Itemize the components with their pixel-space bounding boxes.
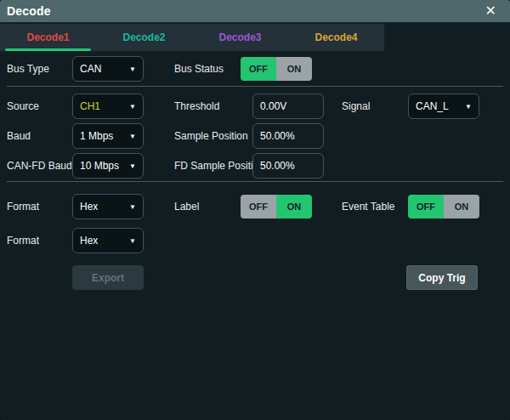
decode-settings-panel: Bus Type CAN ▼ Bus Status OFF ON Source … — [0, 51, 510, 420]
source-label: Source — [7, 100, 39, 112]
sample-position-value: 50.00% — [260, 130, 295, 142]
bus-status-on[interactable]: ON — [276, 57, 312, 81]
label-on[interactable]: ON — [276, 195, 312, 219]
title-bar: Decode ✕ — [0, 0, 510, 23]
row-bus: Bus Type CAN ▼ Bus Status OFF ON — [0, 56, 510, 82]
format-label: Format — [7, 201, 39, 213]
tab-decode4-label: Decode4 — [314, 31, 357, 43]
source-value: CH1 — [80, 100, 100, 112]
sample-position-input[interactable]: 50.00% — [252, 123, 324, 149]
signal-dropdown[interactable]: CAN_L ▼ — [408, 94, 479, 119]
format-value: Hex — [80, 201, 98, 213]
tab-decode3-label: Decode3 — [218, 31, 261, 43]
canfd-baud-dropdown[interactable]: 10 Mbps ▼ — [72, 153, 144, 179]
bus-status-label: Bus Status — [174, 63, 224, 75]
chevron-down-icon: ▼ — [129, 65, 136, 73]
label-toggle[interactable]: OFF ON — [241, 195, 312, 219]
tab-decode3[interactable]: Decode3 — [192, 24, 288, 51]
fd-sample-position-input[interactable]: 50.00% — [252, 153, 324, 179]
tab-decode1-label: Decode1 — [26, 31, 69, 43]
baud-label: Baud — [7, 130, 31, 142]
baud-dropdown[interactable]: 1 Mbps ▼ — [72, 123, 144, 149]
row-format2: Format Hex ▼ — [0, 228, 510, 253]
threshold-value: 0.00V — [260, 100, 286, 112]
bus-type-dropdown[interactable]: CAN ▼ — [72, 56, 144, 82]
threshold-input[interactable]: 0.00V — [252, 94, 324, 119]
event-table-on[interactable]: ON — [444, 195, 479, 219]
chevron-down-icon: ▼ — [129, 133, 136, 140]
label-off[interactable]: OFF — [241, 195, 276, 219]
format-dropdown[interactable]: Hex ▼ — [72, 194, 144, 219]
row-buttons: Export Copy Trig — [0, 265, 510, 290]
bus-type-label: Bus Type — [7, 63, 49, 75]
divider — [7, 181, 503, 182]
chevron-down-icon: ▼ — [129, 103, 136, 111]
tab-decode2-label: Decode2 — [122, 31, 165, 43]
baud-value: 1 Mbps — [80, 130, 113, 142]
row-format: Format Hex ▼ Label OFF ON Event Table OF… — [0, 194, 510, 219]
copy-trig-button[interactable]: Copy Trig — [406, 265, 478, 290]
format2-value: Hex — [80, 235, 98, 247]
canfd-baud-value: 10 Mbps — [80, 160, 119, 172]
sample-position-label: Sample Position — [174, 130, 248, 142]
export-button[interactable]: Export — [72, 265, 144, 290]
source-dropdown[interactable]: CH1 ▼ — [72, 94, 144, 119]
tab-decode2[interactable]: Decode2 — [96, 24, 192, 51]
format2-label: Format — [7, 235, 39, 247]
bus-status-toggle[interactable]: OFF ON — [241, 57, 312, 81]
threshold-label: Threshold — [174, 100, 219, 112]
bus-type-value: CAN — [80, 63, 101, 75]
signal-label: Signal — [342, 100, 370, 112]
row-canfd: CAN-FD Baud 10 Mbps ▼ FD Sample Position… — [0, 153, 510, 179]
fd-sample-position-value: 50.00% — [260, 160, 295, 172]
chevron-down-icon: ▼ — [129, 162, 136, 170]
format2-dropdown[interactable]: Hex ▼ — [72, 228, 144, 253]
tab-decode4[interactable]: Decode4 — [288, 24, 384, 51]
row-source: Source CH1 ▼ Threshold 0.00V Signal CAN_… — [0, 94, 510, 119]
label-toggle-label: Label — [174, 201, 199, 213]
bus-status-off[interactable]: OFF — [241, 57, 276, 81]
chevron-down-icon: ▼ — [465, 103, 472, 111]
signal-value: CAN_L — [416, 100, 449, 112]
row-baud: Baud 1 Mbps ▼ Sample Position 50.00% — [0, 123, 510, 149]
fd-sample-position-label: FD Sample Position — [174, 160, 264, 172]
event-table-off[interactable]: OFF — [408, 195, 444, 219]
tab-bar: Decode1 Decode2 Decode3 Decode4 — [0, 24, 384, 51]
close-icon[interactable]: ✕ — [479, 3, 503, 20]
divider — [7, 86, 503, 87]
canfd-baud-label: CAN-FD Baud — [7, 160, 72, 172]
event-table-label: Event Table — [342, 201, 395, 213]
chevron-down-icon: ▼ — [129, 203, 136, 211]
dialog-title: Decode — [7, 4, 51, 18]
chevron-down-icon: ▼ — [129, 237, 136, 245]
decode-dialog: Decode ✕ Decode1 Decode2 Decode3 Decode4… — [0, 0, 510, 420]
event-table-toggle[interactable]: OFF ON — [408, 195, 479, 219]
tab-decode1[interactable]: Decode1 — [0, 24, 96, 51]
